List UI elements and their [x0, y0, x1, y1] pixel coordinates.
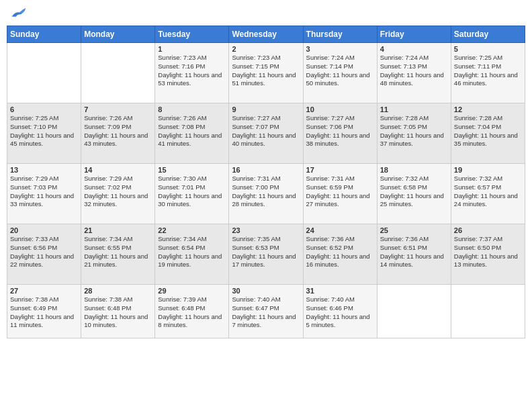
- calendar-cell: 5Sunrise: 7:25 AMSunset: 7:11 PMDaylight…: [451, 43, 525, 103]
- day-info: Sunrise: 7:40 AMSunset: 6:47 PMDaylight:…: [232, 295, 300, 330]
- calendar-cell: 21Sunrise: 7:34 AMSunset: 6:55 PMDayligh…: [81, 224, 155, 285]
- day-number: 30: [232, 287, 300, 295]
- calendar-cell: [451, 285, 525, 338]
- calendar-cell: 27Sunrise: 7:38 AMSunset: 6:49 PMDayligh…: [7, 285, 81, 338]
- calendar-header-friday: Friday: [377, 26, 451, 43]
- logo: [9, 7, 27, 20]
- calendar-cell: 1Sunrise: 7:23 AMSunset: 7:16 PMDaylight…: [155, 43, 229, 103]
- day-info: Sunrise: 7:31 AMSunset: 6:59 PMDaylight:…: [306, 175, 374, 209]
- day-info: Sunrise: 7:39 AMSunset: 6:48 PMDaylight:…: [158, 295, 226, 330]
- calendar-week-row: 27Sunrise: 7:38 AMSunset: 6:49 PMDayligh…: [7, 285, 525, 338]
- day-number: 1: [158, 45, 226, 53]
- day-info: Sunrise: 7:23 AMSunset: 7:15 PMDaylight:…: [232, 54, 300, 88]
- day-info: Sunrise: 7:29 AMSunset: 7:03 PMDaylight:…: [10, 175, 78, 209]
- day-number: 17: [306, 166, 374, 174]
- calendar-cell: 14Sunrise: 7:29 AMSunset: 7:02 PMDayligh…: [81, 164, 155, 224]
- day-number: 21: [84, 226, 152, 234]
- day-info: Sunrise: 7:24 AMSunset: 7:13 PMDaylight:…: [380, 54, 448, 88]
- day-number: 11: [380, 105, 448, 113]
- day-info: Sunrise: 7:36 AMSunset: 6:52 PMDaylight:…: [306, 235, 374, 269]
- day-number: 9: [232, 105, 300, 113]
- day-info: Sunrise: 7:31 AMSunset: 7:00 PMDaylight:…: [232, 175, 300, 209]
- day-info: Sunrise: 7:37 AMSunset: 6:50 PMDaylight:…: [454, 235, 522, 269]
- day-number: 8: [158, 105, 226, 113]
- day-number: 19: [454, 166, 522, 174]
- day-info: Sunrise: 7:25 AMSunset: 7:11 PMDaylight:…: [454, 54, 522, 88]
- day-info: Sunrise: 7:26 AMSunset: 7:09 PMDaylight:…: [84, 114, 152, 148]
- day-number: 16: [232, 166, 300, 174]
- calendar-cell: 31Sunrise: 7:40 AMSunset: 6:46 PMDayligh…: [303, 285, 377, 338]
- day-number: 12: [454, 105, 522, 113]
- day-number: 28: [84, 287, 152, 295]
- calendar-cell: 9Sunrise: 7:27 AMSunset: 7:07 PMDaylight…: [229, 103, 303, 164]
- calendar-cell: 12Sunrise: 7:28 AMSunset: 7:04 PMDayligh…: [451, 103, 525, 164]
- day-number: 27: [10, 287, 78, 295]
- day-number: 6: [10, 105, 78, 113]
- calendar-cell: 25Sunrise: 7:36 AMSunset: 6:51 PMDayligh…: [377, 224, 451, 285]
- day-number: 3: [306, 45, 374, 53]
- calendar-cell: 23Sunrise: 7:35 AMSunset: 6:53 PMDayligh…: [229, 224, 303, 285]
- day-number: 18: [380, 166, 448, 174]
- day-info: Sunrise: 7:27 AMSunset: 7:07 PMDaylight:…: [232, 114, 300, 148]
- day-info: Sunrise: 7:23 AMSunset: 7:16 PMDaylight:…: [158, 54, 226, 88]
- day-number: 31: [306, 287, 374, 295]
- day-info: Sunrise: 7:40 AMSunset: 6:46 PMDaylight:…: [306, 295, 374, 330]
- day-info: Sunrise: 7:36 AMSunset: 6:51 PMDaylight:…: [380, 235, 448, 269]
- calendar-cell: 8Sunrise: 7:26 AMSunset: 7:08 PMDaylight…: [155, 103, 229, 164]
- day-number: 22: [158, 226, 226, 234]
- calendar-header-saturday: Saturday: [451, 26, 525, 43]
- day-number: 20: [10, 226, 78, 234]
- calendar-header-monday: Monday: [81, 26, 155, 43]
- day-info: Sunrise: 7:32 AMSunset: 6:58 PMDaylight:…: [380, 175, 448, 209]
- calendar-cell: 17Sunrise: 7:31 AMSunset: 6:59 PMDayligh…: [303, 164, 377, 224]
- day-info: Sunrise: 7:34 AMSunset: 6:55 PMDaylight:…: [84, 235, 152, 269]
- calendar-cell: 24Sunrise: 7:36 AMSunset: 6:52 PMDayligh…: [303, 224, 377, 285]
- calendar-header-thursday: Thursday: [303, 26, 377, 43]
- day-info: Sunrise: 7:34 AMSunset: 6:54 PMDaylight:…: [158, 235, 226, 269]
- day-info: Sunrise: 7:30 AMSunset: 7:01 PMDaylight:…: [158, 175, 226, 209]
- calendar-cell: 30Sunrise: 7:40 AMSunset: 6:47 PMDayligh…: [229, 285, 303, 338]
- day-number: 4: [380, 45, 448, 53]
- day-number: 29: [158, 287, 226, 295]
- day-info: Sunrise: 7:27 AMSunset: 7:06 PMDaylight:…: [306, 114, 374, 148]
- day-info: Sunrise: 7:24 AMSunset: 7:14 PMDaylight:…: [306, 54, 374, 88]
- calendar-cell: 6Sunrise: 7:25 AMSunset: 7:10 PMDaylight…: [7, 103, 81, 164]
- day-info: Sunrise: 7:26 AMSunset: 7:08 PMDaylight:…: [158, 114, 226, 148]
- day-info: Sunrise: 7:38 AMSunset: 6:49 PMDaylight:…: [10, 295, 78, 330]
- day-number: 2: [232, 45, 300, 53]
- calendar-cell: 15Sunrise: 7:30 AMSunset: 7:01 PMDayligh…: [155, 164, 229, 224]
- calendar-header-sunday: Sunday: [7, 26, 81, 43]
- day-number: 25: [380, 226, 448, 234]
- calendar-cell: 3Sunrise: 7:24 AMSunset: 7:14 PMDaylight…: [303, 43, 377, 103]
- calendar-cell: [81, 43, 155, 103]
- day-info: Sunrise: 7:33 AMSunset: 6:56 PMDaylight:…: [10, 235, 78, 269]
- day-number: 15: [158, 166, 226, 174]
- day-number: 7: [84, 105, 152, 113]
- day-info: Sunrise: 7:32 AMSunset: 6:57 PMDaylight:…: [454, 175, 522, 209]
- logo-bird-icon: [11, 7, 27, 20]
- calendar-cell: [7, 43, 81, 103]
- calendar-cell: 26Sunrise: 7:37 AMSunset: 6:50 PMDayligh…: [451, 224, 525, 285]
- calendar-week-row: 20Sunrise: 7:33 AMSunset: 6:56 PMDayligh…: [7, 224, 525, 285]
- day-number: 14: [84, 166, 152, 174]
- calendar-header-wednesday: Wednesday: [229, 26, 303, 43]
- day-number: 24: [306, 226, 374, 234]
- day-number: 13: [10, 166, 78, 174]
- calendar-cell: 29Sunrise: 7:39 AMSunset: 6:48 PMDayligh…: [155, 285, 229, 338]
- calendar-cell: [377, 285, 451, 338]
- calendar-cell: 22Sunrise: 7:34 AMSunset: 6:54 PMDayligh…: [155, 224, 229, 285]
- calendar-cell: 2Sunrise: 7:23 AMSunset: 7:15 PMDaylight…: [229, 43, 303, 103]
- day-info: Sunrise: 7:35 AMSunset: 6:53 PMDaylight:…: [232, 235, 300, 269]
- calendar-header-tuesday: Tuesday: [155, 26, 229, 43]
- calendar-cell: 10Sunrise: 7:27 AMSunset: 7:06 PMDayligh…: [303, 103, 377, 164]
- calendar-cell: 13Sunrise: 7:29 AMSunset: 7:03 PMDayligh…: [7, 164, 81, 224]
- calendar-cell: 28Sunrise: 7:38 AMSunset: 6:48 PMDayligh…: [81, 285, 155, 338]
- calendar-header-row: SundayMondayTuesdayWednesdayThursdayFrid…: [7, 26, 525, 43]
- day-info: Sunrise: 7:28 AMSunset: 7:05 PMDaylight:…: [380, 114, 448, 148]
- calendar-cell: 19Sunrise: 7:32 AMSunset: 6:57 PMDayligh…: [451, 164, 525, 224]
- calendar-cell: 20Sunrise: 7:33 AMSunset: 6:56 PMDayligh…: [7, 224, 81, 285]
- page-header: [7, 7, 525, 20]
- day-number: 26: [454, 226, 522, 234]
- day-number: 10: [306, 105, 374, 113]
- day-number: 23: [232, 226, 300, 234]
